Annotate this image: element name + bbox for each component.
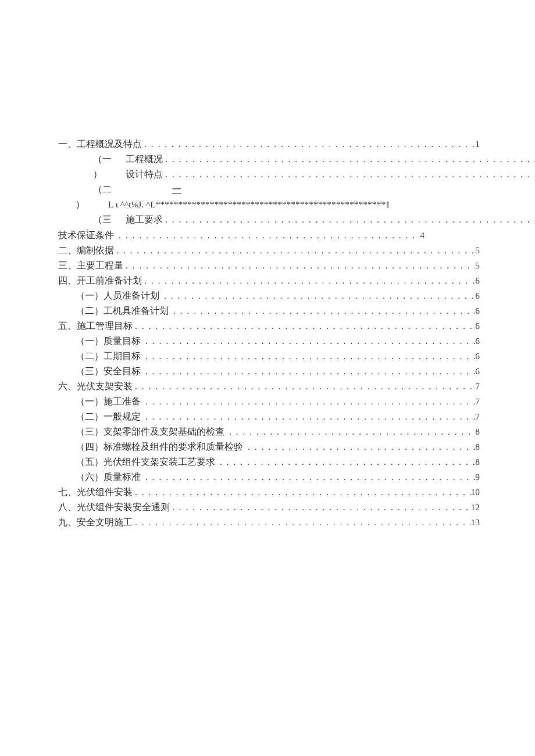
- toc-sub-entry: （六）质量标准 . . . . . . . . . . . . . . . . …: [58, 470, 480, 485]
- toc-sub-entry: （四）标准螺栓及组件的要求和质量检验 . . . . . . . . . . .…: [58, 439, 480, 454]
- toc-page-num: 6: [475, 318, 480, 334]
- toc-page-num: 8: [475, 454, 480, 470]
- toc-sub-label: （一）施工准备: [76, 394, 143, 409]
- toc-page-num: 8: [475, 424, 480, 439]
- toc-dots: . . . . . . . . . . . . . . . . . . . . …: [133, 318, 475, 334]
- toc-sub-entry: （三）安全目标 . . . . . . . . . . . . . . . . …: [58, 364, 480, 379]
- toc-sub-entry: （三）支架零部件及支架基础的检查 . . . . . . . . . . . .…: [58, 424, 480, 439]
- toc-sub-label: （三）支架零部件及支架基础的检查: [76, 424, 227, 439]
- toc-sub-entry: （二）一般规定 . . . . . . . . . . . . . . . . …: [58, 409, 480, 424]
- toc-sub-label: （二）一般规定: [76, 409, 143, 424]
- toc-page-num: 12: [471, 500, 480, 515]
- toc-sub-label: （二）工机具准备计划: [76, 303, 171, 318]
- toc-page-num: 5: [475, 258, 480, 273]
- toc-sub-entry: （二）工期目标 . . . . . . . . . . . . . . . . …: [58, 349, 480, 364]
- toc-page-num: 8: [475, 439, 480, 454]
- toc-sub-label: 施工要求: [126, 212, 163, 227]
- toc-first-block: （一 工程概况 . . . . . . . . . . . . . . . . …: [58, 152, 480, 228]
- toc-page-num: 1: [475, 137, 480, 152]
- toc-prefix-1-1a: （一: [76, 152, 126, 167]
- toc-page-num: 6: [475, 303, 480, 318]
- toc-dots: . . . . . . . . . . . . . . . . . . . . …: [143, 364, 475, 379]
- toc-dots: . . . . . . . . . . . . . . . . . . . . …: [162, 288, 475, 303]
- toc-sub-entry: （五）光伏组件支架安装工艺要求 . . . . . . . . . . . . …: [58, 454, 480, 470]
- toc-entry: 九、安全文明施工 . . . . . . . . . . . . . . . .…: [58, 515, 480, 530]
- toc-sub-label: （四）标准螺栓及组件的要求和质量检验: [76, 439, 245, 454]
- toc-dots: . . . . . . . . . . . . . . . . . . . . …: [245, 439, 475, 454]
- toc-page-num: 6: [475, 273, 480, 288]
- toc-dots: . . . . . . . . . . . . . . . . . . . . …: [143, 470, 475, 485]
- toc-prefix-1-1b: ）: [76, 167, 126, 182]
- toc-page-num: 13: [471, 515, 480, 530]
- toc-page-num: 6: [475, 288, 480, 303]
- toc-sub-entry: （一）人员准备计划 . . . . . . . . . . . . . . . …: [58, 288, 480, 303]
- toc-page-num: 6: [475, 334, 480, 349]
- toc-page-num: 10: [471, 485, 480, 500]
- toc-label: 四、开工前准备计划: [58, 273, 142, 288]
- toc-entry: 五、施工管理目标 . . . . . . . . . . . . . . . .…: [58, 318, 480, 334]
- toc-label: 五、施工管理目标: [58, 318, 133, 334]
- toc-dots: . . . . . . . . . . . . . . . . . . . . …: [142, 137, 475, 152]
- toc-sub-label: 设计特点: [126, 167, 163, 182]
- toc-dots: . . . . . . . . . . . . . . . . . . . . …: [142, 273, 475, 288]
- toc-garbled-line: L ι ^^t⅛J. ^L***************************…: [108, 197, 390, 212]
- toc-page: 一、工程概况及特点 . . . . . . . . . . . . . . . …: [0, 0, 535, 530]
- toc-sub-label: 工程概况: [126, 152, 163, 167]
- toc-entry: 一、工程概况及特点 . . . . . . . . . . . . . . . …: [58, 137, 480, 152]
- toc-entry: 四、开工前准备计划 . . . . . . . . . . . . . . . …: [58, 273, 480, 288]
- toc-page-num: 4: [420, 228, 425, 243]
- toc-dots: . . . . . . . . . . . . . . . . . . . . …: [170, 500, 471, 515]
- toc-dots: . . . . . . . . . . . . . . . . . . . . …: [143, 349, 475, 364]
- toc-prefix-1-2a: （二: [76, 182, 126, 197]
- toc-sub-label: （五）光伏组件支架安装工艺要求: [76, 454, 217, 470]
- toc-dots: . . . . . . . . . . . . . . . . . . . . …: [143, 394, 475, 409]
- toc-dots: . . . . . . . . . . . . . . . . . . . . …: [133, 485, 471, 500]
- toc-label: 一、工程概况及特点: [58, 137, 142, 152]
- toc-page-num: 7: [475, 409, 480, 424]
- toc-sub-label: （二）工期目标: [76, 349, 143, 364]
- toc-prefix-1-2b: ）: [58, 197, 108, 212]
- toc-dots: . . . . . . . . . . . . . . . . . . . . …: [227, 424, 475, 439]
- toc-dots: . . . . . . . . . . . . . . . . . . . . …: [133, 379, 475, 394]
- toc-page-num: 6: [475, 364, 480, 379]
- toc-sub-entry: （二）工机具准备计划 . . . . . . . . . . . . . . .…: [58, 303, 480, 318]
- toc-label: 三、主要工程量: [58, 258, 123, 273]
- toc-entry: 六、光伏支架安装 . . . . . . . . . . . . . . . .…: [58, 379, 480, 394]
- toc-entry: 二、编制依据 . . . . . . . . . . . . . . . . .…: [58, 243, 480, 258]
- toc-sub-entry: （一）质量目标 . . . . . . . . . . . . . . . . …: [58, 334, 480, 349]
- toc-dots: . . . . . . . . . . . . . . . . . . . . …: [143, 409, 475, 424]
- toc-entry: 技术保证条件 . . . . . . . . . . . . . . . . .…: [58, 228, 480, 243]
- toc-dots: . . . . . . . . . . . . . . . . . . . . …: [114, 243, 475, 258]
- toc-prefix-1-3a: （三: [76, 212, 126, 227]
- toc-label: 六、光伏支架安装: [58, 379, 133, 394]
- toc-page-num: 7: [475, 379, 480, 394]
- toc-label: 七、光伏组件安装: [58, 485, 133, 500]
- toc-sub-label: （一）人员准备计划: [76, 288, 162, 303]
- toc-entry: 七、光伏组件安装 . . . . . . . . . . . . . . . .…: [58, 485, 480, 500]
- toc-prefix-1-3b: 、: [86, 224, 92, 231]
- toc-dots: . . . . . . . . . . . . . . . . . . . . …: [163, 212, 535, 227]
- toc-dots: . . . . . . . . . . . . . . . . . . . . …: [116, 228, 420, 243]
- toc-dots: . . . . . . . . . . . . . . . . . . . . …: [171, 303, 475, 318]
- toc-sub-label: （六）质量标准: [76, 470, 143, 485]
- toc-dots: . . . . . . . . . . . . . . . . . . . . …: [163, 167, 535, 182]
- toc-page-num: 7: [475, 394, 480, 409]
- toc-label: 八、光伏组件安装安全通则: [58, 500, 170, 515]
- toc-entry: 八、光伏组件安装安全通则 . . . . . . . . . . . . . .…: [58, 500, 480, 515]
- toc-label: 九、安全文明施工: [58, 515, 133, 530]
- toc-dots: . . . . . . . . . . . . . . . . . . . . …: [143, 334, 475, 349]
- toc-dots: . . . . . . . . . . . . . . . . . . . . …: [217, 454, 475, 470]
- toc-page-num: 6: [475, 349, 480, 364]
- toc-dots: . . . . . . . . . . . . . . . . . . . . …: [123, 258, 475, 273]
- toc-page-num: 9: [475, 470, 480, 485]
- toc-label: 二、编制依据: [58, 243, 114, 258]
- toc-sub-label: （三）安全目标: [76, 364, 143, 379]
- toc-sub-entry: （一）施工准备 . . . . . . . . . . . . . . . . …: [58, 394, 480, 409]
- toc-page-num: 5: [475, 243, 480, 258]
- toc-entry: 三、主要工程量 . . . . . . . . . . . . . . . . …: [58, 258, 480, 273]
- toc-dots: . . . . . . . . . . . . . . . . . . . . …: [163, 152, 535, 167]
- toc-dots: . . . . . . . . . . . . . . . . . . . . …: [133, 515, 471, 530]
- toc-dash: 一: [172, 184, 181, 194]
- toc-sub-label: （一）质量目标: [76, 334, 143, 349]
